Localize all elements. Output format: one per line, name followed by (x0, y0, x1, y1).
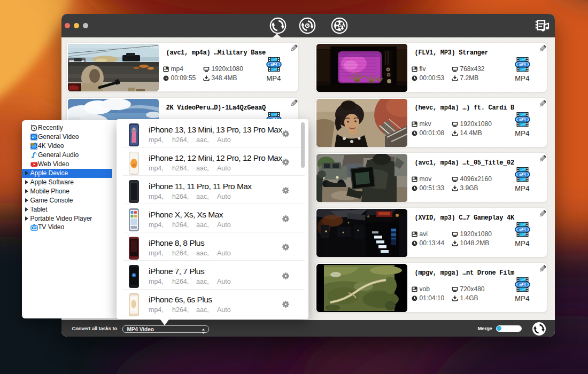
svg-text:mP4: mP4 (519, 63, 525, 67)
svg-text:mP4: mP4 (519, 283, 525, 287)
svg-text:mP4: mP4 (270, 62, 277, 66)
svg-text:1:05: 1:05 (151, 45, 158, 49)
svg-text:4K: 4K (30, 143, 34, 145)
svg-text:mP4: mP4 (519, 173, 525, 177)
svg-text:mP4: mP4 (519, 228, 525, 232)
svg-text:TV: TV (33, 227, 36, 230)
svg-text:mP4: mP4 (519, 118, 525, 122)
